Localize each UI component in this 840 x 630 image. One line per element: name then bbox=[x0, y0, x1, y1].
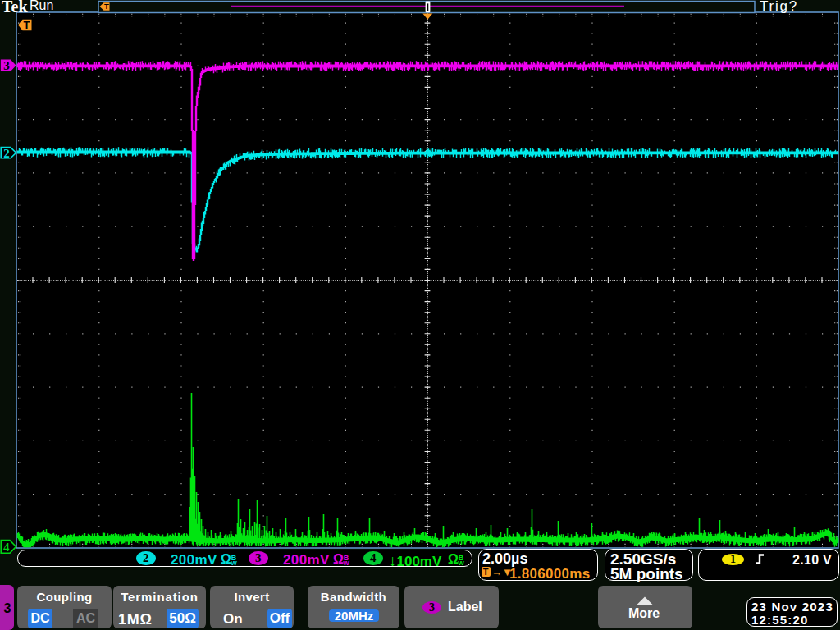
svg-text:T: T bbox=[24, 19, 30, 31]
svg-text:2: 2 bbox=[3, 147, 10, 160]
svg-text:4: 4 bbox=[3, 541, 10, 554]
svg-text:3: 3 bbox=[3, 59, 10, 72]
svg-text:T: T bbox=[104, 2, 109, 11]
